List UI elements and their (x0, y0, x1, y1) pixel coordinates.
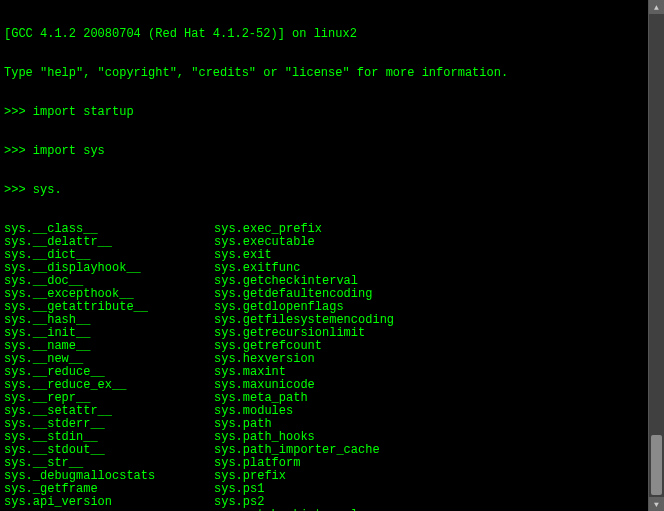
completion-row: sys.__init__sys.getrecursionlimit (4, 327, 644, 340)
input-line-3: >>> sys. (4, 184, 644, 197)
completion-item: sys.executable (214, 236, 644, 249)
completion-item: sys.ps1 (214, 483, 644, 496)
header-line-2: Type "help", "copyright", "credits" or "… (4, 67, 644, 80)
input-text-1: import startup (33, 105, 134, 119)
completion-row: sys._debugmallocstatssys.prefix (4, 470, 644, 483)
completion-item: sys.modules (214, 405, 644, 418)
prompt-2: >>> (4, 144, 26, 158)
completion-row: sys.__name__sys.getrefcount (4, 340, 644, 353)
completion-row: sys.__delattr__sys.executable (4, 236, 644, 249)
scroll-up-arrow[interactable]: ▲ (649, 0, 664, 14)
prompt-3: >>> (4, 183, 26, 197)
completion-list: sys.__class__sys.exec_prefixsys.__delatt… (4, 223, 644, 511)
terminal[interactable]: [GCC 4.1.2 20080704 (Red Hat 4.1.2-52)] … (0, 0, 648, 511)
completion-row: sys.__stderr__sys.path (4, 418, 644, 431)
completion-row: sys.__reduce_ex__sys.maxunicode (4, 379, 644, 392)
input-text-3: sys. (33, 183, 62, 197)
prompt-1: >>> (4, 105, 26, 119)
header-line-1: [GCC 4.1.2 20080704 (Red Hat 4.1.2-52)] … (4, 28, 644, 41)
completion-item: sys.prefix (214, 470, 644, 483)
scroll-down-arrow[interactable]: ▼ (649, 497, 664, 511)
completion-row: sys.__stdout__sys.path_importer_cache (4, 444, 644, 457)
scrollbar[interactable]: ▲ ▼ (648, 0, 664, 511)
input-line-2: >>> import sys (4, 145, 644, 158)
scroll-thumb[interactable] (651, 435, 662, 495)
input-text-2: import sys (33, 144, 105, 158)
scroll-track[interactable] (649, 14, 664, 497)
input-line-1: >>> import startup (4, 106, 644, 119)
